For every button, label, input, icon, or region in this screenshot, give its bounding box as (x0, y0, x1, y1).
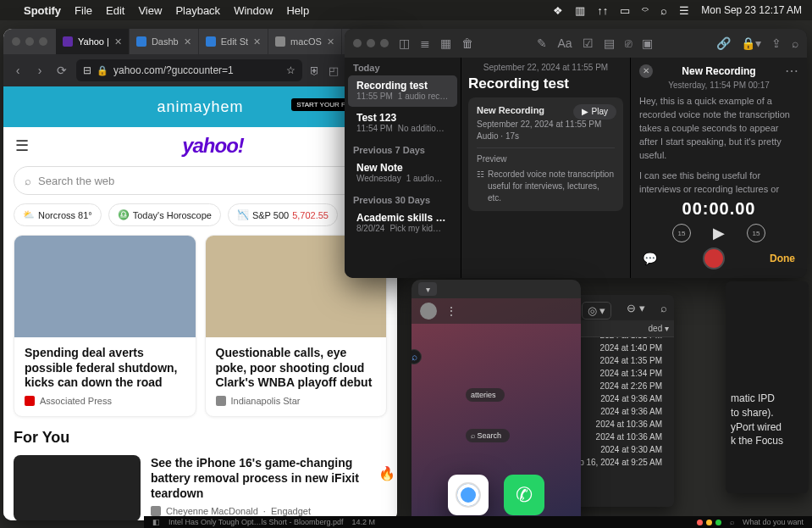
tab-yahoo[interactable]: Yahoo |✕ (56, 29, 130, 54)
play-icon: ▶ (582, 106, 588, 118)
news-card[interactable]: Spending deal averts possible federal sh… (14, 235, 196, 417)
wifi-icon[interactable]: ⌔ (642, 4, 649, 17)
tab-dashb[interactable]: Dashb✕ (130, 29, 199, 54)
search-pill[interactable]: ⌕ Search (466, 429, 510, 442)
menu-help[interactable]: Help (286, 4, 309, 17)
font-icon[interactable]: Aa (557, 36, 572, 50)
action-menu[interactable]: ⊖ ▾ (627, 302, 645, 320)
kebab-icon[interactable]: ⋮ (445, 304, 457, 318)
group-menu[interactable]: ◎ ▾ (582, 302, 612, 320)
search-icon[interactable]: ⌕ (412, 349, 422, 364)
close-button[interactable] (353, 39, 362, 47)
iphone-screen[interactable]: ⋮ ⌕ atteries ⌕ Search ✆ (412, 298, 581, 525)
skip-back-button[interactable]: 15 (672, 224, 691, 242)
whatsapp-app-icon[interactable]: ✆ (504, 475, 544, 515)
recording-card[interactable]: New Recording September 22, 2024 at 11:5… (468, 97, 623, 211)
menubar-clock[interactable]: Mon Sep 23 12:17 AM (701, 4, 802, 16)
list-view-icon[interactable]: ≣ (420, 36, 430, 50)
forward-button[interactable]: › (32, 64, 47, 77)
play-button[interactable]: ▶Play (573, 104, 616, 119)
back-button[interactable]: ‹ (10, 64, 25, 77)
checklist-icon[interactable]: ☑ (583, 36, 594, 50)
compass-icon (456, 482, 481, 508)
search-icon[interactable]: ⌕ (730, 518, 734, 526)
zoom-button[interactable] (380, 39, 389, 47)
menu-edit[interactable]: Edit (106, 4, 124, 17)
media-icon[interactable]: ▣ (642, 36, 653, 50)
minimize-button[interactable] (367, 39, 375, 47)
tab-close-icon[interactable]: ✕ (327, 36, 334, 47)
zoom-button[interactable] (715, 520, 721, 525)
table-icon[interactable]: ▤ (604, 36, 615, 50)
play-button[interactable]: ▶ (713, 224, 725, 242)
pill-sp500[interactable]: 📉S&P 500 5,702.55 (228, 203, 338, 226)
zoom-button[interactable] (39, 37, 47, 46)
note-item[interactable]: New Note Wednesday1 audio… (348, 158, 457, 189)
battery-icon[interactable]: ▭ (620, 4, 630, 17)
prompt-text[interactable]: What do you want (743, 518, 804, 526)
ad-banner[interactable]: animayhem START YOUR FREE TRIAL (3, 86, 397, 127)
hamburger-icon[interactable]: ☰ (15, 136, 29, 155)
expand-button[interactable]: ▾ (418, 282, 437, 296)
menu-file[interactable]: File (75, 4, 92, 17)
updates-icon[interactable]: ↑↑ (597, 4, 608, 17)
trash-icon[interactable]: 🗑 (461, 36, 473, 50)
close-button[interactable] (12, 37, 20, 46)
app-icon[interactable]: ◧ (152, 518, 160, 526)
avatar-icon[interactable] (420, 303, 437, 320)
tab-close-icon[interactable]: ✕ (114, 36, 122, 47)
note-item[interactable]: Recording test 11:55 PM1 audio rec… (348, 75, 457, 107)
skip-forward-button[interactable]: 15 (747, 224, 765, 242)
record-button[interactable] (703, 247, 725, 270)
bookmark-icon[interactable]: ☆ (286, 64, 296, 76)
search-icon[interactable]: ⌕ (792, 36, 798, 50)
minimize-button[interactable] (706, 520, 712, 525)
compose-icon[interactable]: ✎ (537, 36, 547, 50)
pill-horoscope[interactable]: ♎Today's Horoscope (108, 203, 221, 226)
pill-label: S&P 500 (252, 210, 289, 220)
date-cell: 2024 at 1:40 PM (600, 343, 662, 353)
grid-view-icon[interactable]: ▦ (440, 36, 451, 50)
transcript-toggle-icon[interactable]: 💬 (643, 252, 657, 265)
yahoo-logo[interactable]: yahoo! (41, 134, 385, 158)
task-title[interactable]: Intel Has Only Tough Opt…ls Short - Bloo… (168, 518, 343, 526)
shield-icon[interactable]: ⛨ (309, 64, 320, 77)
done-button[interactable]: Done (770, 253, 795, 264)
tab-macos[interactable]: macOS✕ (268, 29, 342, 54)
close-button[interactable] (697, 520, 703, 525)
reload-button[interactable]: ⟳ (54, 64, 69, 77)
pocket-icon[interactable]: ◰ (329, 64, 339, 77)
search-icon[interactable]: ⌕ (660, 302, 667, 320)
align-icon[interactable]: ⎚ (625, 36, 632, 50)
sort-column[interactable]: ded (649, 324, 669, 333)
reaction-icon[interactable]: 🔥 (378, 465, 395, 481)
tab-close-icon[interactable]: ✕ (253, 36, 261, 47)
spotlight-icon[interactable]: ⌕ (660, 4, 667, 17)
minimize-button[interactable] (25, 37, 34, 46)
for-you-item[interactable]: See the iPhone 16's game-changing batter… (3, 450, 397, 521)
address-bar[interactable]: ⊟ 🔒 yahoo.com/?guccounter=1 ☆ (76, 59, 302, 81)
link-icon[interactable]: 🔗 (716, 36, 731, 50)
car-icon[interactable]: ▥ (575, 4, 585, 17)
pill-weather[interactable]: ⛅Norcross 81° (14, 203, 102, 226)
more-icon[interactable]: ⋯ (785, 63, 798, 79)
tab-editst[interactable]: Edit St✕ (199, 29, 268, 54)
note-item[interactable]: Academic skills br… 8/20/24Pick my kid… (348, 208, 457, 239)
search-input[interactable]: ⌕ Search the web (14, 166, 387, 195)
sidebar-toggle-icon[interactable]: ◫ (399, 36, 410, 50)
widget-pill[interactable]: atteries (466, 388, 505, 402)
note-item[interactable]: Test 123 11:54 PMNo additio… (348, 108, 457, 139)
control-center-icon[interactable]: ☰ (679, 4, 689, 17)
tab-close-icon[interactable]: ✕ (184, 36, 191, 47)
close-panel-icon[interactable]: ✕ (639, 64, 653, 78)
lock-icon[interactable]: 🔒▾ (741, 36, 761, 50)
menu-window[interactable]: Window (234, 4, 273, 17)
safari-app-icon[interactable] (448, 475, 489, 515)
evernote-icon[interactable]: ❖ (553, 4, 563, 17)
menu-playback[interactable]: Playback (175, 4, 220, 17)
menu-view[interactable]: View (138, 4, 162, 17)
share-icon[interactable]: ⇪ (771, 36, 782, 50)
site-settings-icon[interactable]: ⊟ (83, 64, 91, 76)
card-headline: Spending deal averts possible federal sh… (25, 346, 185, 391)
menubar-app-name[interactable]: Spotify (24, 4, 61, 17)
